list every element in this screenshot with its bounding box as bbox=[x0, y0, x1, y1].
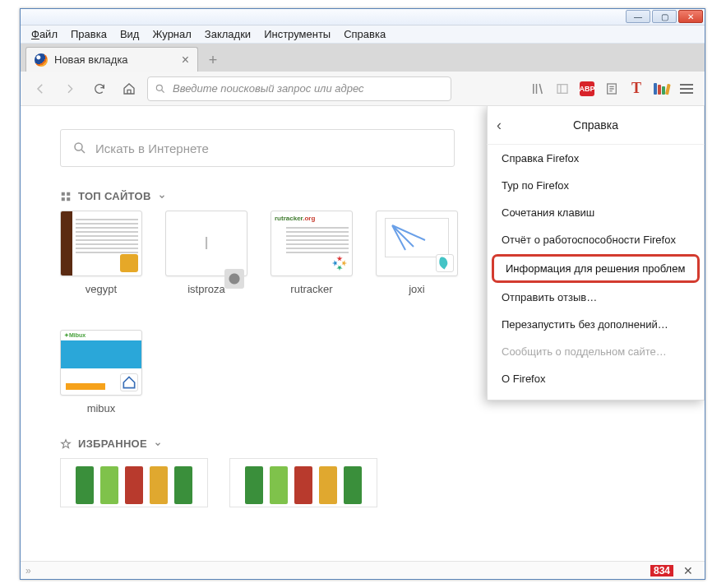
highlight-card[interactable] bbox=[229, 458, 377, 507]
adblock-button[interactable]: ABP bbox=[578, 80, 596, 98]
reload-icon bbox=[93, 82, 106, 95]
window-controls: — ▢ ✕ bbox=[626, 10, 703, 23]
tile-joxi[interactable]: joxi bbox=[376, 211, 458, 315]
tile-mibux[interactable]: ✦Mibux mibux bbox=[60, 330, 142, 414]
site-badge-icon bbox=[224, 269, 244, 289]
help-about[interactable]: О Firefox bbox=[487, 365, 705, 392]
menu-edit[interactable]: Правка bbox=[65, 26, 113, 42]
search-box[interactable]: Искать в Интернете bbox=[60, 129, 455, 167]
thumbnail bbox=[376, 211, 458, 276]
arrow-left-icon bbox=[33, 81, 48, 96]
extension-books-button[interactable] bbox=[652, 80, 670, 98]
svg-point-0 bbox=[156, 85, 162, 90]
grid-icon bbox=[60, 191, 72, 202]
sidebar-button[interactable] bbox=[553, 80, 571, 98]
help-healthreport[interactable]: Отчёт о работоспособности Firefox bbox=[487, 226, 705, 253]
library-icon bbox=[530, 81, 545, 96]
home-icon bbox=[123, 82, 136, 95]
statusbar-counter: 834 bbox=[650, 565, 673, 576]
menu-view[interactable]: Вид bbox=[114, 26, 146, 42]
forward-button[interactable] bbox=[58, 77, 81, 100]
reader-icon bbox=[605, 82, 618, 95]
menu-tools[interactable]: Инструменты bbox=[258, 26, 336, 42]
tile-istproza[interactable]: I istproza bbox=[165, 211, 247, 315]
help-firefox-help[interactable]: Справка Firefox bbox=[487, 145, 705, 172]
reload-button[interactable] bbox=[88, 77, 111, 100]
submenu-header: ‹ Справка bbox=[487, 106, 705, 145]
search-icon bbox=[72, 141, 87, 155]
site-badge-icon bbox=[331, 254, 349, 272]
menu-file[interactable]: Файл bbox=[25, 26, 63, 42]
tile-rutracker[interactable]: rutracker.org rutracker bbox=[271, 211, 353, 315]
abp-icon: ABP bbox=[580, 81, 594, 96]
address-placeholder: Введите поисковый запрос или адрес bbox=[173, 82, 364, 95]
help-shortcuts[interactable]: Сочетания клавиш bbox=[487, 199, 705, 226]
newtab-content: Искать в Интернете ТОП САЙТОВ vegypt I i… bbox=[21, 106, 705, 561]
new-tab-button[interactable]: + bbox=[201, 49, 224, 72]
svg-rect-6 bbox=[62, 197, 65, 201]
library-button[interactable] bbox=[529, 80, 547, 98]
highlights-label: ИЗБРАННОЕ bbox=[78, 438, 147, 450]
help-report-deceptive: Сообщить о поддельном сайте… bbox=[487, 338, 705, 365]
sidebar-icon bbox=[556, 82, 569, 95]
thumbnail bbox=[60, 211, 142, 276]
reader-button[interactable] bbox=[603, 80, 621, 98]
highlights-row bbox=[60, 458, 688, 507]
svg-rect-1 bbox=[557, 84, 567, 93]
statusbar-close-icon[interactable]: ✕ bbox=[683, 564, 693, 577]
tab-title: Новая вкладка bbox=[54, 53, 128, 66]
menu-button[interactable] bbox=[677, 79, 696, 99]
status-bar: » 834 ✕ bbox=[21, 561, 705, 579]
menu-help[interactable]: Справка bbox=[338, 26, 391, 42]
site-badge-icon bbox=[436, 254, 454, 272]
nav-toolbar: Введите поисковый запрос или адрес ABP T bbox=[21, 72, 705, 106]
thumbnail: I bbox=[165, 211, 247, 276]
maximize-button[interactable]: ▢ bbox=[652, 10, 677, 23]
help-restart-noaddons[interactable]: Перезапустить без дополнений… bbox=[487, 311, 705, 338]
site-badge-icon bbox=[120, 373, 138, 391]
tab-newtab[interactable]: Новая вкладка × bbox=[25, 47, 198, 72]
help-submenu: ‹ Справка Справка Firefox Тур по Firefox… bbox=[487, 106, 705, 400]
minimize-button[interactable]: — bbox=[626, 10, 650, 23]
firefox-window: — ▢ ✕ Файл Правка Вид Журнал Закладки Ин… bbox=[20, 8, 705, 580]
thumbnail: ✦Mibux bbox=[60, 330, 142, 396]
help-feedback[interactable]: Отправить отзыв… bbox=[487, 284, 705, 311]
help-troubleshooting[interactable]: Информация для решения проблем bbox=[492, 254, 700, 283]
firefox-icon bbox=[35, 53, 48, 67]
books-icon bbox=[654, 83, 668, 95]
statusbar-expand-icon[interactable]: » bbox=[25, 565, 31, 576]
close-button[interactable]: ✕ bbox=[678, 10, 703, 23]
tile-label: rutracker bbox=[271, 283, 353, 295]
svg-rect-4 bbox=[62, 192, 65, 195]
menu-file-label: айл bbox=[39, 28, 58, 40]
extension-t-button[interactable]: T bbox=[627, 80, 645, 98]
tile-label: vegypt bbox=[60, 283, 142, 295]
back-icon[interactable]: ‹ bbox=[497, 117, 502, 134]
menu-history[interactable]: Журнал bbox=[146, 26, 197, 42]
site-badge-icon bbox=[120, 254, 138, 272]
titlebar: — ▢ ✕ bbox=[21, 9, 705, 25]
star-icon bbox=[60, 438, 72, 450]
thumbnail: rutracker.org bbox=[271, 211, 353, 276]
chevron-down-icon bbox=[158, 192, 166, 201]
search-placeholder: Искать в Интернете bbox=[95, 141, 209, 155]
arrow-right-icon bbox=[63, 82, 76, 95]
back-button[interactable] bbox=[29, 77, 52, 100]
menu-bar: Файл Правка Вид Журнал Закладки Инструме… bbox=[21, 25, 705, 44]
top-sites-label: ТОП САЙТОВ bbox=[78, 190, 151, 202]
submenu-title: Справка bbox=[573, 118, 618, 132]
tile-label: mibux bbox=[60, 402, 142, 414]
help-tour[interactable]: Тур по Firefox bbox=[487, 172, 705, 199]
tile-vegypt[interactable]: vegypt bbox=[60, 211, 142, 315]
svg-point-3 bbox=[75, 143, 82, 150]
tab-close-icon[interactable]: × bbox=[182, 53, 189, 67]
menu-bookmarks[interactable]: Закладки bbox=[199, 26, 257, 42]
tab-bar: Новая вкладка × + bbox=[21, 44, 705, 72]
address-bar[interactable]: Введите поисковый запрос или адрес bbox=[147, 76, 451, 101]
tile-label: joxi bbox=[376, 283, 458, 295]
search-icon bbox=[155, 83, 166, 95]
svg-rect-5 bbox=[67, 192, 70, 195]
highlight-card[interactable] bbox=[60, 458, 208, 507]
highlights-header[interactable]: ИЗБРАННОЕ bbox=[60, 438, 688, 450]
home-button[interactable] bbox=[118, 77, 141, 100]
